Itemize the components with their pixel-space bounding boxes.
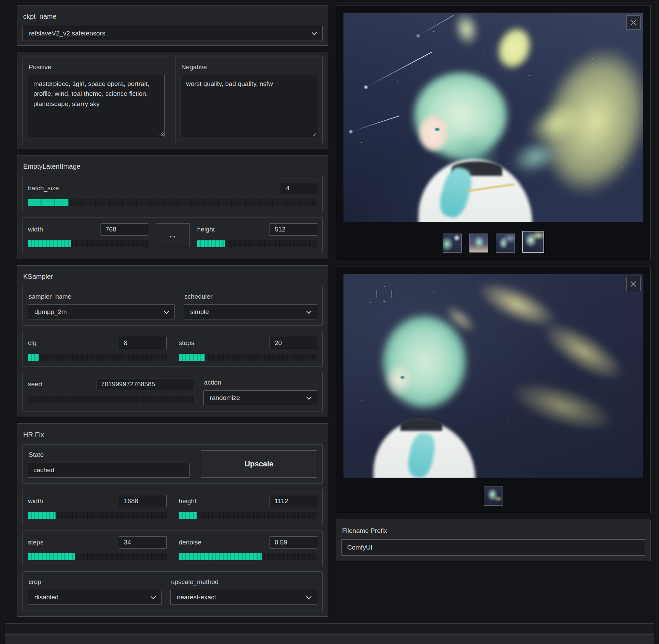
footer-strip-2	[5, 634, 654, 644]
thumbnail-4-selected[interactable]	[522, 231, 544, 253]
positive-prompt-textarea[interactable]: masterpiece, 1girl, space opera, portrai…	[28, 75, 165, 137]
thumbnail-strip	[343, 486, 643, 506]
sampler-scheduler-box: sampler_name dpmpp_2m scheduler simple	[22, 286, 323, 326]
steps-input[interactable]	[270, 337, 317, 349]
thumbnail-image	[443, 234, 461, 252]
hr-width-slider[interactable]	[28, 512, 167, 519]
negative-label: Negative	[181, 63, 317, 71]
hr-width-widget: width	[28, 495, 167, 519]
hr-height-widget: height	[179, 495, 318, 519]
hr-height-slider-fill	[179, 512, 197, 519]
close-preview-button[interactable]	[626, 277, 641, 291]
upscale-method-widget: upscale_method nearest-exact	[170, 578, 317, 605]
thumbnail-1[interactable]	[443, 234, 462, 253]
thumbnail-image	[470, 234, 488, 252]
ckpt-name-select[interactable]: refslaveV2_v2.safetensors	[22, 26, 323, 41]
denoise-input[interactable]	[270, 536, 317, 549]
thumbnail-image	[496, 234, 515, 252]
scheduler-select[interactable]: simple	[184, 304, 317, 319]
positive-prompt-box: Positive masterpiece, 1girl, space opera…	[22, 57, 170, 143]
cfg-slider[interactable]	[28, 354, 167, 361]
hr-height-slider[interactable]	[179, 512, 318, 519]
hr-width-slider-fill	[28, 512, 56, 519]
seed-widget: seed	[28, 378, 193, 405]
face-art	[380, 356, 418, 404]
state-label: State	[29, 451, 190, 459]
sampler-name-widget: sampler_name dpmpp_2m	[28, 292, 175, 319]
crop-select[interactable]: disabled	[28, 590, 162, 605]
crop-value: disabled	[34, 594, 59, 601]
collar-art	[400, 419, 442, 431]
action-select[interactable]: randomize	[203, 390, 317, 405]
state-upscale-box: State cached Upscale	[22, 444, 323, 484]
dimensions-box: width ↔ height	[22, 217, 323, 253]
preview-column: Filename Prefix	[336, 5, 651, 561]
height-slider[interactable]	[197, 240, 318, 247]
height-label: height	[197, 226, 215, 233]
steps-slider[interactable]	[179, 354, 318, 361]
ksampler-title: KSampler	[23, 273, 322, 281]
negative-prompt-textarea[interactable]: worst quality, bad quality, nsfw	[181, 75, 317, 137]
sampler-name-select[interactable]: dpmpp_2m	[28, 304, 175, 319]
scheduler-widget: scheduler simple	[184, 292, 317, 319]
preview-image-top[interactable]	[343, 13, 643, 222]
filename-prefix-input[interactable]	[341, 539, 645, 556]
seed-slider[interactable]	[28, 396, 193, 403]
state-value-field: cached	[28, 463, 190, 478]
hr-width-label: width	[28, 497, 43, 505]
eye-art	[400, 376, 404, 379]
denoise-label: denoise	[179, 539, 202, 546]
state-widget: State cached	[28, 450, 190, 478]
preview-image-bottom[interactable]	[343, 274, 643, 478]
steps-label: steps	[179, 339, 194, 347]
negative-prompt-box: Negative worst quality, bad quality, nsf…	[175, 57, 323, 143]
hr-steps-widget: steps	[28, 536, 167, 560]
close-icon	[630, 19, 637, 26]
hr-steps-label: steps	[28, 539, 43, 546]
scheduler-label: scheduler	[184, 293, 317, 300]
hr-steps-slider[interactable]	[28, 553, 167, 560]
eye-art	[435, 128, 440, 131]
batch-size-slider[interactable]	[28, 199, 317, 206]
steps-slider-fill	[179, 354, 205, 361]
batch-size-box: batch_size	[22, 176, 323, 212]
thumbnail-strip	[343, 231, 643, 253]
chevron-down-icon	[306, 394, 312, 400]
thumbnail-2[interactable]	[469, 234, 488, 253]
ksampler-group: KSampler sampler_name dpmpp_2m scheduler…	[17, 265, 328, 417]
upscale-button[interactable]: Upscale	[201, 450, 317, 478]
face-art	[412, 107, 454, 159]
filename-prefix-group: Filename Prefix	[336, 520, 651, 561]
hr-dimensions-box: width height	[22, 489, 323, 525]
swap-dimensions-button[interactable]: ↔	[156, 223, 190, 247]
hr-height-input[interactable]	[270, 495, 317, 507]
hr-width-input[interactable]	[119, 495, 167, 507]
filename-prefix-label: Filename Prefix	[342, 527, 645, 535]
upscale-method-select[interactable]: nearest-exact	[170, 590, 317, 605]
thumbnail-1[interactable]	[484, 486, 503, 506]
checkpoint-group: ckpt_name refslaveV2_v2.safetensors	[17, 5, 328, 46]
crop-upscale-method-box: crop disabled upscale_method nearest-exa…	[22, 571, 323, 611]
width-slider[interactable]	[28, 240, 148, 247]
parameters-column: ckpt_name refslaveV2_v2.safetensors Posi…	[17, 5, 328, 617]
steps-widget: steps	[179, 337, 318, 361]
thumbnail-3[interactable]	[496, 234, 515, 253]
hr-steps-denoise-box: steps denoise	[22, 530, 323, 566]
chevron-down-icon	[306, 308, 312, 314]
preview-panel-bottom	[336, 267, 651, 513]
height-input[interactable]	[270, 223, 317, 236]
upscale-method-value: nearest-exact	[177, 594, 216, 601]
hair-art	[367, 299, 481, 425]
thumbnail-image	[523, 231, 543, 252]
width-input[interactable]	[101, 223, 148, 236]
batch-size-input[interactable]	[281, 182, 317, 194]
cfg-input[interactable]	[119, 337, 167, 349]
close-preview-button[interactable]	[626, 15, 641, 30]
seed-label: seed	[28, 380, 42, 388]
hr-steps-input[interactable]	[119, 536, 167, 549]
height-widget: height	[197, 223, 318, 247]
denoise-slider[interactable]	[179, 553, 318, 560]
chevron-down-icon	[312, 30, 317, 35]
sampler-name-label: sampler_name	[29, 293, 175, 300]
seed-input[interactable]	[96, 378, 193, 390]
